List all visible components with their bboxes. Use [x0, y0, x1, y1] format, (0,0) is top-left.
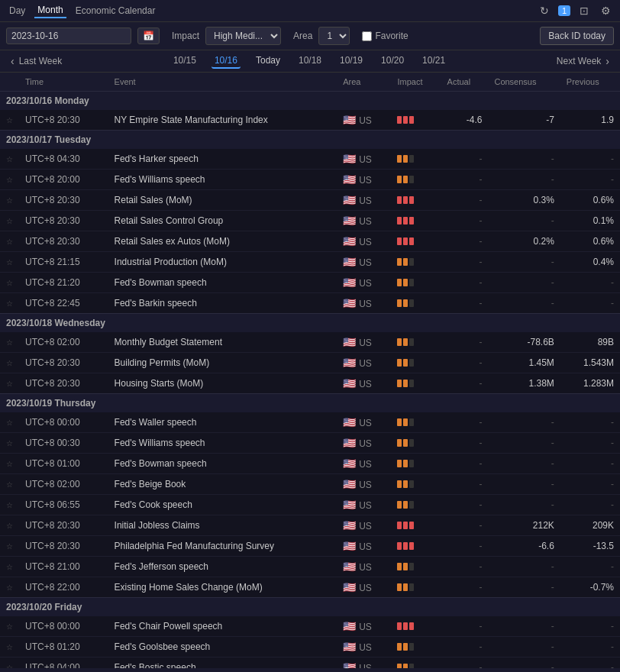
date-input[interactable]: [6, 27, 131, 44]
prev-week-btn[interactable]: ‹: [6, 53, 19, 69]
actual-dash: -: [479, 458, 482, 469]
nav-month[interactable]: Month: [34, 3, 66, 18]
table-row[interactable]: ☆ UTC+8 04:30 Fed's Harker speech 🇺🇸US -…: [0, 149, 620, 170]
calendar-btn[interactable]: 📅: [137, 27, 160, 44]
previous-dash: -: [611, 153, 614, 164]
star-cell[interactable]: ☆: [0, 273, 19, 293]
table-row[interactable]: ☆ UTC+8 20:30 Housing Starts (MoM) 🇺🇸US …: [0, 373, 620, 394]
consensus-cell: -78.6B: [488, 332, 560, 353]
section-header-thursday: 2023/10/19 Thursday: [0, 394, 620, 413]
previous-dash: -: [611, 417, 614, 428]
star-cell[interactable]: ☆: [0, 433, 19, 454]
impact-select[interactable]: High Medi...: [205, 27, 281, 45]
star-cell[interactable]: ☆: [0, 110, 19, 131]
next-week-label[interactable]: Next Week: [557, 56, 601, 66]
star-cell[interactable]: ☆: [0, 353, 19, 373]
table-row[interactable]: ☆ UTC+8 20:30 NY Empire State Manufactur…: [0, 110, 620, 131]
consensus-cell: -: [488, 474, 560, 495]
table-row[interactable]: ☆ UTC+8 20:00 Fed's Williams speech 🇺🇸US…: [0, 170, 620, 190]
star-cell[interactable]: ☆: [0, 149, 19, 170]
star-cell[interactable]: ☆: [0, 412, 19, 433]
star-cell[interactable]: ☆: [0, 637, 19, 657]
table-row[interactable]: ☆ UTC+8 01:20 Fed's Goolsbee speech 🇺🇸US…: [0, 637, 620, 657]
time-cell: UTC+8 21:00: [19, 557, 108, 577]
favorite-check[interactable]: [362, 31, 372, 41]
table-row[interactable]: ☆ UTC+8 20:30 Retail Sales (MoM) 🇺🇸US - …: [0, 190, 620, 211]
table-row[interactable]: ☆ UTC+8 02:00 Monthly Budget Statement 🇺…: [0, 332, 620, 353]
actual-cell: -: [441, 495, 489, 515]
area-cell: 🇺🇸US: [337, 657, 391, 669]
actual-dash: -: [479, 298, 482, 309]
table-row[interactable]: ☆ UTC+8 00:30 Fed's Williams speech 🇺🇸US…: [0, 433, 620, 454]
event-cell: Fed's Barkin speech: [108, 293, 337, 314]
star-cell[interactable]: ☆: [0, 211, 19, 231]
star-cell[interactable]: ☆: [0, 373, 19, 394]
settings-icon[interactable]: ⚙: [598, 3, 614, 18]
time-cell: UTC+8 20:00: [19, 170, 108, 190]
star-cell[interactable]: ☆: [0, 170, 19, 190]
table-row[interactable]: ☆ UTC+8 20:30 Building Permits (MoM) 🇺🇸U…: [0, 353, 620, 373]
table-row[interactable]: ☆ UTC+8 06:55 Fed's Cook speech 🇺🇸US - -…: [0, 495, 620, 515]
table-row[interactable]: ☆ UTC+8 20:30 Retail Sales ex Autos (MoM…: [0, 231, 620, 252]
next-week-btn[interactable]: ›: [601, 53, 614, 69]
table-row[interactable]: ☆ UTC+8 20:30 Retail Sales Control Group…: [0, 211, 620, 231]
day-link-today[interactable]: Today: [253, 53, 283, 69]
consensus-value: 1.38M: [528, 378, 554, 389]
table-row[interactable]: ☆ UTC+8 20:30 Initial Jobless Claims 🇺🇸U…: [0, 515, 620, 536]
day-link-1019[interactable]: 10/19: [337, 53, 366, 69]
consensus-dash: -: [551, 561, 554, 572]
table-row[interactable]: ☆ UTC+8 02:00 Fed's Beige Book 🇺🇸US - - …: [0, 474, 620, 495]
star-cell[interactable]: ☆: [0, 474, 19, 495]
back-today-btn[interactable]: Back ID today: [540, 27, 614, 45]
actual-dash: -: [479, 174, 482, 185]
star-cell[interactable]: ☆: [0, 252, 19, 273]
previous-value: -13.5: [593, 541, 614, 551]
actual-cell: -: [441, 577, 489, 598]
table-row[interactable]: ☆ UTC+8 00:00 Fed's Waller speech 🇺🇸US -…: [0, 412, 620, 433]
actual-cell: -: [441, 273, 489, 293]
table-row[interactable]: ☆ UTC+8 01:00 Fed's Bowman speech 🇺🇸US -…: [0, 454, 620, 474]
table-row[interactable]: ☆ UTC+8 04:00 Fed's Bostic speech 🇺🇸US -…: [0, 657, 620, 669]
area-text: US: [359, 583, 372, 593]
star-cell[interactable]: ☆: [0, 231, 19, 252]
table-row[interactable]: ☆ UTC+8 20:30 Philadelphia Fed Manufactu…: [0, 536, 620, 557]
favorite-checkbox[interactable]: Favorite: [362, 31, 408, 41]
layout-icon[interactable]: ⊡: [576, 3, 592, 18]
table-row[interactable]: ☆ UTC+8 22:45 Fed's Barkin speech 🇺🇸US -…: [0, 293, 620, 314]
last-week-label[interactable]: Last Week: [19, 56, 62, 66]
consensus-cell: -: [488, 293, 560, 314]
table-row[interactable]: ☆ UTC+8 22:00 Existing Home Sales Change…: [0, 577, 620, 598]
star-cell[interactable]: ☆: [0, 495, 19, 515]
previous-cell: 0.4%: [560, 252, 620, 273]
table-row[interactable]: ☆ UTC+8 21:20 Fed's Bowman speech 🇺🇸US -…: [0, 273, 620, 293]
consensus-cell: -: [488, 454, 560, 474]
star-cell[interactable]: ☆: [0, 577, 19, 598]
star-cell[interactable]: ☆: [0, 557, 19, 577]
nav-day[interactable]: Day: [6, 4, 28, 18]
area-select[interactable]: 1: [318, 27, 350, 45]
previous-value: 1.543M: [583, 357, 614, 368]
star-cell[interactable]: ☆: [0, 293, 19, 314]
table-row[interactable]: ☆ UTC+8 21:00 Fed's Jefferson speech 🇺🇸U…: [0, 557, 620, 577]
impact-label: Impact: [172, 31, 199, 41]
day-link-1016[interactable]: 10/16: [212, 53, 241, 69]
refresh-icon[interactable]: ↻: [537, 3, 552, 18]
day-link-1018[interactable]: 10/18: [295, 53, 325, 69]
star-cell[interactable]: ☆: [0, 190, 19, 211]
day-link-1021[interactable]: 10/21: [419, 53, 448, 69]
star-cell[interactable]: ☆: [0, 332, 19, 353]
table-row[interactable]: ☆ UTC+8 00:00 Fed's Chair Powell speech …: [0, 616, 620, 637]
star-cell[interactable]: ☆: [0, 657, 19, 669]
star-cell[interactable]: ☆: [0, 454, 19, 474]
consensus-dash: -: [551, 662, 554, 668]
area-text: US: [359, 175, 372, 186]
impact-cell: [391, 231, 441, 252]
star-cell[interactable]: ☆: [0, 536, 19, 557]
area-cell: 🇺🇸US: [337, 536, 391, 557]
table-row[interactable]: ☆ UTC+8 21:15 Industrial Production (MoM…: [0, 252, 620, 273]
impact-cell: [391, 149, 441, 170]
day-link-1015[interactable]: 10/15: [170, 53, 199, 69]
day-link-1020[interactable]: 10/20: [378, 53, 407, 69]
star-cell[interactable]: ☆: [0, 515, 19, 536]
star-cell[interactable]: ☆: [0, 616, 19, 637]
